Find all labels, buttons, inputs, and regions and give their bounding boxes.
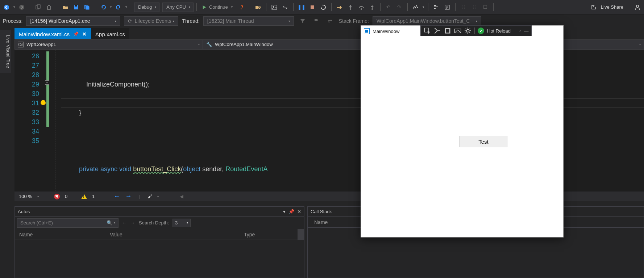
warning-count: 1 bbox=[92, 194, 95, 199]
track-focus-icon[interactable] bbox=[444, 27, 451, 34]
solution-platform-dropdown[interactable]: Any CPU▾ bbox=[162, 3, 193, 12]
find-in-files-icon[interactable] bbox=[253, 2, 263, 12]
step-into-icon[interactable] bbox=[345, 2, 356, 12]
redo-icon[interactable] bbox=[113, 2, 124, 12]
next-issue-icon[interactable]: → bbox=[125, 193, 132, 200]
panel-close-icon[interactable]: ✕ bbox=[297, 209, 301, 214]
filter-icon bbox=[298, 16, 308, 26]
file-tab-mainwindow[interactable]: MainWindow.xaml.cs 📌 ✕ bbox=[14, 28, 91, 39]
cycle-icon: ⟳ bbox=[128, 18, 132, 24]
autos-col-type[interactable]: Type bbox=[240, 232, 298, 237]
autos-search-placeholder: Search (Ctrl+E) bbox=[20, 220, 53, 226]
lifecycle-dropdown[interactable]: ⟳Lifecycle Events▾ bbox=[124, 16, 178, 26]
continue-button[interactable]: Continue ▾ bbox=[200, 4, 236, 10]
layout-toggle-icon[interactable]: ⇋ bbox=[280, 2, 290, 12]
save-icon[interactable] bbox=[71, 2, 81, 12]
threads-swap-icon: ⇄ bbox=[325, 16, 335, 26]
share-icon[interactable] bbox=[589, 2, 599, 12]
hot-reload-label[interactable]: Hot Reload bbox=[487, 28, 511, 34]
settings-gear-icon[interactable] bbox=[464, 27, 471, 34]
nav-back-icon[interactable] bbox=[1, 2, 12, 12]
close-icon[interactable]: ✕ bbox=[82, 31, 87, 37]
stackframe-value: WpfCoreApp1.MainWindow.buttonTest_C bbox=[377, 18, 470, 24]
scroll-left-icon[interactable]: ◀ bbox=[180, 194, 183, 199]
home-icon[interactable] bbox=[44, 2, 54, 12]
open-file-icon[interactable] bbox=[60, 2, 70, 12]
svg-rect-3 bbox=[37, 5, 40, 8]
image-preview-icon[interactable] bbox=[269, 2, 279, 12]
prev-issue-icon[interactable]: ← bbox=[113, 193, 120, 200]
scrollbar[interactable] bbox=[298, 229, 304, 240]
test-button[interactable]: Test bbox=[460, 136, 507, 147]
svg-point-11 bbox=[371, 8, 373, 10]
autos-panel: Autos ▾ 📌 ✕ Search (Ctrl+E) 🔍▾ ← → Searc… bbox=[14, 206, 304, 278]
brush-icon[interactable]: 🖌 bbox=[148, 194, 152, 199]
nav-back-dropdown-icon[interactable]: ▾ bbox=[12, 5, 16, 9]
stackframe-dropdown[interactable]: WpfCoreApp1.MainWindow.buttonTest_C▾ bbox=[373, 16, 481, 26]
hot-reload-fire-icon[interactable] bbox=[237, 2, 247, 12]
thread-value: [16232] Main Thread bbox=[207, 18, 254, 24]
panel-pin-icon[interactable]: 📌 bbox=[288, 209, 294, 214]
autos-col-name[interactable]: Name bbox=[15, 232, 105, 237]
step-over-icon[interactable] bbox=[356, 2, 366, 12]
file-tab-app[interactable]: App.xaml.cs bbox=[91, 28, 129, 39]
svg-point-10 bbox=[361, 8, 362, 10]
live-share-label[interactable]: Live Share bbox=[601, 4, 623, 10]
undo-dropdown-icon[interactable]: ▾ bbox=[109, 5, 113, 9]
select-element-icon[interactable] bbox=[424, 27, 431, 34]
zoom-level[interactable]: 100 % bbox=[19, 194, 32, 199]
main-toolbar: ▾ ▾ ▾ Debug▾ Any CPU▾ Continue ▾ ⇋ ❚❚ ➔ … bbox=[0, 0, 644, 14]
indent-guides-icon[interactable] bbox=[431, 2, 441, 12]
undo-icon[interactable] bbox=[98, 2, 108, 12]
save-all-icon[interactable] bbox=[82, 2, 92, 12]
layout-adorner-icon[interactable] bbox=[434, 27, 441, 34]
code-block-icon[interactable] bbox=[442, 2, 452, 12]
warning-icon[interactable] bbox=[81, 194, 87, 199]
autos-col-value[interactable]: Value bbox=[105, 232, 240, 237]
account-icon[interactable] bbox=[632, 2, 643, 12]
class-icon: 🔧 bbox=[206, 42, 212, 47]
comment-icon[interactable]: ⁝⁝ bbox=[458, 2, 469, 12]
search-icon[interactable]: 🔍 bbox=[107, 220, 112, 226]
app-icon bbox=[364, 28, 370, 34]
restart-icon[interactable] bbox=[318, 2, 328, 12]
error-icon[interactable]: ✖ bbox=[54, 194, 60, 199]
callstack-col-name[interactable]: Name bbox=[308, 219, 334, 225]
collapse-left-icon[interactable]: ‹ bbox=[519, 28, 521, 34]
app-title-text: MainWindow bbox=[373, 29, 399, 34]
autos-search-box[interactable]: Search (Ctrl+E) 🔍▾ bbox=[17, 218, 119, 228]
project-label: WpfCoreApp1 bbox=[26, 42, 56, 47]
flag-icon bbox=[311, 16, 321, 26]
pause-icon[interactable]: ❚❚ bbox=[296, 2, 307, 12]
search-depth-input[interactable]: 3▾ bbox=[173, 219, 191, 227]
redo-history-icon[interactable]: ↷ bbox=[394, 2, 404, 12]
xaml-debug-toolbar[interactable]: ✔ Hot Reload ‹ — bbox=[420, 25, 532, 36]
stop-icon[interactable] bbox=[307, 2, 317, 12]
undo-history-icon[interactable]: ↶ bbox=[383, 2, 394, 12]
live-visual-tree-tab[interactable]: Live Visual Tree bbox=[0, 30, 11, 73]
solution-config-dropdown[interactable]: Debug▾ bbox=[134, 3, 159, 12]
running-app-window[interactable]: MainWindow Test bbox=[361, 25, 564, 237]
show-next-statement-icon[interactable]: ➔ bbox=[335, 2, 345, 12]
bookmark-icon[interactable]: ☐ bbox=[480, 2, 490, 12]
search-back-icon: ← bbox=[122, 220, 127, 226]
step-out-icon[interactable] bbox=[367, 2, 377, 12]
lifecycle-label: Lifecycle Events bbox=[134, 18, 171, 24]
panel-dropdown-icon[interactable]: ▾ bbox=[283, 209, 286, 214]
zoom-dropdown-icon[interactable]: ▾ bbox=[37, 195, 39, 198]
process-dropdown[interactable]: [14156] WpfCoreApp1.exe▾ bbox=[26, 16, 120, 26]
redo-dropdown-icon[interactable]: ▾ bbox=[124, 5, 128, 9]
diagnostic-dropdown-icon[interactable]: ▾ bbox=[421, 5, 425, 9]
pin-icon[interactable]: 📌 bbox=[73, 31, 79, 37]
project-dropdown[interactable]: C#WpfCoreApp1 ▾ bbox=[14, 39, 203, 50]
class-label: WpfCoreApp1.MainWindow bbox=[215, 42, 273, 47]
fold-toggle-icon[interactable]: − bbox=[45, 80, 49, 85]
minimize-bar-icon[interactable]: — bbox=[524, 28, 528, 34]
solution-config-value: Debug bbox=[138, 4, 152, 10]
display-options-icon[interactable] bbox=[454, 27, 461, 34]
new-project-icon[interactable] bbox=[33, 2, 43, 12]
diagnostic-tools-icon[interactable] bbox=[411, 2, 421, 12]
search-depth-label: Search Depth: bbox=[139, 220, 169, 226]
thread-dropdown[interactable]: [16232] Main Thread▾ bbox=[203, 16, 294, 26]
uncomment-icon[interactable]: ⁝⁝ bbox=[469, 2, 479, 12]
